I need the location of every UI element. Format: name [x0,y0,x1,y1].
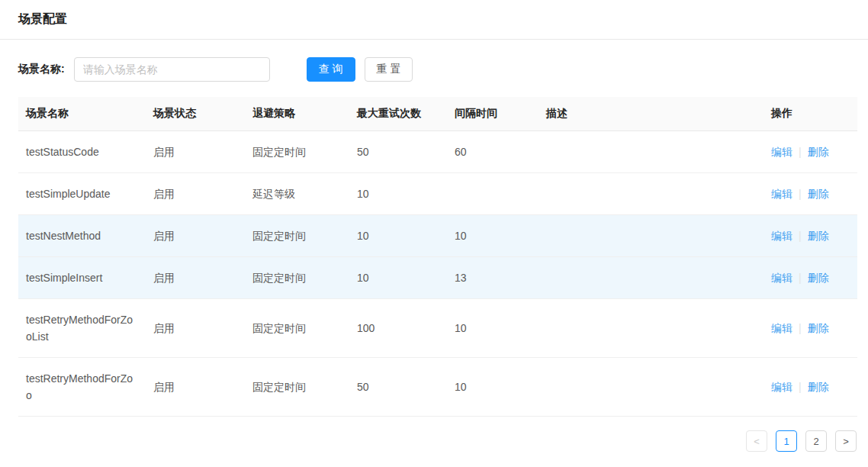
edit-link[interactable]: 编辑 [771,272,792,284]
edit-link[interactable]: 编辑 [771,230,792,242]
edit-link[interactable]: 编辑 [771,381,792,393]
search-button[interactable]: 查 询 [307,57,355,82]
cell-description [538,215,764,257]
edit-link[interactable]: 编辑 [771,322,792,334]
cell-scene-name: testRetryMethodForZoo [18,358,146,417]
column-header-scene-name: 场景名称 [18,97,146,131]
cell-interval [447,173,538,215]
edit-link[interactable]: 编辑 [771,188,792,200]
action-divider: | [799,322,802,334]
table-row: testSimpleInsert 启用 固定定时间 10 13 编辑|删除 [18,257,857,299]
edit-link[interactable]: 编辑 [771,146,792,158]
cell-backoff-strategy: 固定定时间 [245,215,349,257]
cell-backoff-strategy: 固定定时间 [245,299,349,358]
cell-scene-name: testSimpleUpdate [18,173,146,215]
cell-backoff-strategy: 固定定时间 [245,257,349,299]
cell-backoff-strategy: 固定定时间 [245,358,349,417]
column-header-interval: 间隔时间 [447,97,538,131]
table-row: testSimpleUpdate 启用 延迟等级 10 编辑|删除 [18,173,857,215]
cell-scene-status: 启用 [146,299,245,358]
scene-table: 场景名称 场景状态 退避策略 最大重试次数 间隔时间 描述 操作 testSta… [18,97,857,417]
cell-description [538,299,764,358]
cell-scene-status: 启用 [146,358,245,417]
cell-max-retry: 10 [349,215,447,257]
pagination-page-2[interactable]: 2 [805,430,827,452]
cell-description [538,257,764,299]
action-divider: | [799,272,802,284]
scene-name-input[interactable] [74,57,270,82]
action-divider: | [799,230,802,242]
cell-scene-status: 启用 [146,131,245,173]
filter-bar: 场景名称: 查 询 重 置 [0,40,868,97]
cell-interval: 13 [447,257,538,299]
delete-link[interactable]: 删除 [808,272,829,284]
column-header-scene-status: 场景状态 [146,97,245,131]
cell-interval: 10 [447,358,538,417]
cell-description [538,131,764,173]
scene-name-label: 场景名称: [18,63,65,76]
pagination: < 1 2 > [0,430,857,452]
column-header-backoff-strategy: 退避策略 [245,97,349,131]
cell-interval: 10 [447,299,538,358]
pagination-next-icon[interactable]: > [835,430,857,452]
delete-link[interactable]: 删除 [808,381,829,393]
page-title: 场景配置 [18,11,67,27]
column-header-max-retry: 最大重试次数 [349,97,447,131]
cell-scene-name: testNestMethod [18,215,146,257]
cell-backoff-strategy: 延迟等级 [245,173,349,215]
cell-max-retry: 50 [349,131,447,173]
table-row: testRetryMethodForZoo 启用 固定定时间 50 10 编辑|… [18,358,857,417]
delete-link[interactable]: 删除 [808,188,829,200]
reset-button[interactable]: 重 置 [365,57,413,82]
cell-scene-name: testSimpleInsert [18,257,146,299]
cell-scene-status: 启用 [146,257,245,299]
cell-scene-status: 启用 [146,215,245,257]
cell-max-retry: 10 [349,173,447,215]
pagination-page-1[interactable]: 1 [776,430,797,452]
action-divider: | [799,146,802,158]
page-header: 场景配置 [0,0,868,40]
cell-scene-name: testStatusCode [18,131,146,173]
delete-link[interactable]: 删除 [808,230,829,242]
table-header-row: 场景名称 场景状态 退避策略 最大重试次数 间隔时间 描述 操作 [18,97,857,131]
cell-description [538,173,764,215]
cell-max-retry: 50 [349,358,447,417]
column-header-actions: 操作 [764,97,857,131]
cell-max-retry: 10 [349,257,447,299]
cell-max-retry: 100 [349,299,447,358]
delete-link[interactable]: 删除 [808,146,829,158]
cell-interval: 10 [447,215,538,257]
cell-backoff-strategy: 固定定时间 [245,131,349,173]
action-divider: | [799,188,802,200]
cell-scene-name: testRetryMethodForZooList [18,299,146,358]
cell-interval: 60 [447,131,538,173]
table-row: testNestMethod 启用 固定定时间 10 10 编辑|删除 [18,215,857,257]
cell-description [538,358,764,417]
column-header-description: 描述 [538,97,764,131]
action-divider: | [799,381,802,393]
pagination-prev-icon[interactable]: < [746,430,767,452]
table-row: testRetryMethodForZooList 启用 固定定时间 100 1… [18,299,857,358]
table-row: testStatusCode 启用 固定定时间 50 60 编辑|删除 [18,131,857,173]
delete-link[interactable]: 删除 [808,322,829,334]
cell-scene-status: 启用 [146,173,245,215]
